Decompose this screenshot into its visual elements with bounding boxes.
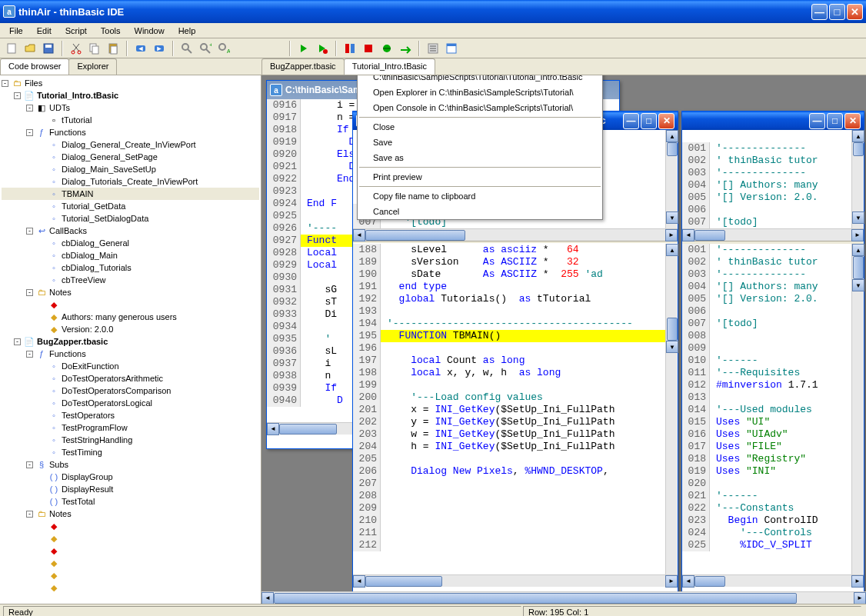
scroll-left-button[interactable]: ◄ bbox=[261, 592, 274, 604]
scrollbar-vertical[interactable]: ▲ ▼ bbox=[665, 130, 678, 228]
code-line[interactable]: 212 bbox=[353, 539, 665, 551]
code-text[interactable]: y = INI_GetKey($SetUp_Ini_FullPath bbox=[381, 416, 615, 428]
scroll-right-button[interactable]: ► bbox=[851, 229, 864, 241]
code-text[interactable] bbox=[301, 185, 307, 198]
tree-node[interactable]: ◦TestOperators bbox=[2, 409, 259, 421]
tree-expander[interactable]: - bbox=[26, 511, 33, 518]
tree-node[interactable]: ◦TBMAIN bbox=[2, 188, 259, 200]
scroll-thumb[interactable] bbox=[365, 230, 465, 241]
code-line[interactable]: 003'-------------- bbox=[682, 167, 851, 179]
code-text[interactable]: '-------------- bbox=[710, 268, 806, 281]
code-text[interactable]: '---Load config values bbox=[381, 391, 543, 404]
code-line[interactable]: 021'------ bbox=[682, 490, 851, 502]
code-text[interactable] bbox=[381, 502, 387, 514]
code-text[interactable]: ' thinBasic tutor bbox=[710, 256, 818, 268]
scroll-thumb[interactable] bbox=[279, 424, 337, 435]
tab-code-browser[interactable]: Code browser bbox=[0, 58, 69, 75]
code-text[interactable] bbox=[381, 453, 387, 465]
scroll-thumb[interactable] bbox=[667, 318, 678, 341]
code-text[interactable]: sLevel as asciiz * 64 bbox=[381, 244, 579, 256]
tab-explorer[interactable]: Explorer bbox=[68, 58, 117, 75]
tree-node[interactable]: ( )TestTotal bbox=[2, 495, 259, 508]
tree-node[interactable]: -🗀Files bbox=[2, 77, 259, 89]
code-line[interactable]: 016Uses "UIAdv" bbox=[682, 428, 851, 441]
code-line[interactable]: 007'[todo] bbox=[682, 216, 851, 228]
scroll-thumb[interactable] bbox=[694, 576, 725, 587]
options-button[interactable] bbox=[425, 40, 441, 57]
code-text[interactable] bbox=[381, 342, 387, 355]
code-text[interactable]: D bbox=[301, 136, 355, 148]
tree-node[interactable]: ◦Tutorial_SetDialogData bbox=[2, 212, 259, 225]
scrollbar-horizontal[interactable]: ◄ ► bbox=[353, 574, 678, 587]
scroll-right-button[interactable]: ► bbox=[851, 575, 864, 588]
code-text[interactable]: Local bbox=[301, 247, 337, 259]
scroll-right-button[interactable]: ► bbox=[665, 575, 678, 588]
code-line[interactable]: 204 h = INI_GetKey($SetUp_Ini_FullPath bbox=[353, 441, 665, 453]
scrollbar-vertical[interactable]: ▲ ▼ bbox=[851, 130, 864, 228]
code-text[interactable]: ' thinBasic tutor bbox=[710, 155, 818, 167]
code-line[interactable]: 003'-------------- bbox=[682, 268, 851, 281]
code-line[interactable]: 010'------ bbox=[682, 355, 851, 367]
scroll-up-button[interactable]: ▲ bbox=[852, 130, 864, 142]
tab-bugzapper[interactable]: BugZapper.tbasic bbox=[261, 58, 345, 75]
code-text[interactable] bbox=[710, 478, 716, 490]
mdi-window-3-title[interactable]: — □ ✕ bbox=[682, 112, 864, 130]
code-line[interactable]: 007'[todo] bbox=[682, 318, 851, 330]
code-text[interactable]: '---Requisites bbox=[710, 367, 800, 379]
run-button[interactable] bbox=[295, 40, 312, 57]
mdi-maximize-button[interactable]: □ bbox=[641, 113, 657, 129]
ctx-print-preview[interactable]: Print preview bbox=[358, 169, 602, 185]
scrollbar-horizontal[interactable]: ◄ ► bbox=[353, 228, 678, 241]
ctx-close[interactable]: Close bbox=[358, 119, 602, 135]
code-line[interactable]: 206 Dialog New Pixels, %HWND_DESKTOP, bbox=[353, 465, 665, 478]
menu-edit[interactable]: Edit bbox=[31, 25, 58, 37]
mdi-close-button[interactable]: ✕ bbox=[844, 113, 861, 129]
code-line[interactable]: 011'---Requisites bbox=[682, 367, 851, 379]
code-text[interactable]: '[todo] bbox=[710, 216, 764, 228]
code-text[interactable]: h = INI_GetKey($SetUp_Ini_FullPath bbox=[381, 441, 615, 453]
tree-node[interactable]: ▫tTutorial bbox=[2, 114, 259, 126]
code-line[interactable]: 008 bbox=[682, 330, 851, 342]
code-line[interactable]: 018Uses "Registry" bbox=[682, 453, 851, 465]
scroll-left-button[interactable]: ◄ bbox=[682, 575, 694, 588]
code-text[interactable]: If bbox=[301, 124, 349, 136]
code-line[interactable]: 196 bbox=[353, 342, 665, 355]
tree-node[interactable]: ◦TestProgramFlow bbox=[2, 421, 259, 434]
run-debug-button[interactable] bbox=[314, 40, 331, 57]
code-text[interactable]: Uses "FILE" bbox=[710, 441, 782, 453]
code-line[interactable]: 004'[] Authors: many bbox=[682, 179, 851, 191]
code-text[interactable]: i bbox=[301, 358, 331, 370]
code-text[interactable]: '-------------- bbox=[710, 244, 806, 256]
code-line[interactable]: 197 local Count as long bbox=[353, 355, 665, 367]
code-text[interactable]: D bbox=[301, 395, 343, 407]
mdi-minimize-button[interactable]: — bbox=[809, 113, 825, 129]
replace-button[interactable]: ABC bbox=[215, 40, 232, 57]
code-line[interactable]: 020 bbox=[682, 478, 851, 490]
tab-tutorial[interactable]: Tutorial_Intro.tBasic bbox=[344, 58, 435, 75]
code-text[interactable] bbox=[381, 514, 387, 527]
tree-node[interactable]: ◦cbDialog_Main bbox=[2, 249, 259, 261]
tree-node[interactable]: ◦Tutorial_GetData bbox=[2, 200, 259, 212]
tree-node[interactable]: ◦Dialog_Tutorials_Create_InViewPort bbox=[2, 175, 259, 188]
code-text[interactable] bbox=[301, 321, 307, 333]
code-line[interactable]: 195 FUNCTION TBMAIN() bbox=[353, 330, 665, 342]
mdi-scrollbar-horizontal[interactable]: ◄ ► bbox=[261, 591, 866, 604]
code-editor-3[interactable]: 001'--------------002' thinBasic tutor00… bbox=[682, 244, 851, 574]
code-text[interactable]: '-------------- bbox=[710, 167, 806, 179]
tree-node[interactable]: -ƒFunctions bbox=[2, 348, 259, 360]
code-text[interactable]: sT bbox=[301, 296, 337, 308]
code-text[interactable] bbox=[710, 204, 716, 216]
ctx-cancel[interactable]: Cancel bbox=[358, 204, 602, 219]
scroll-thumb[interactable] bbox=[853, 256, 864, 279]
tree-expander[interactable]: - bbox=[26, 351, 33, 358]
tree-expander[interactable]: - bbox=[26, 228, 33, 235]
mdi-close-button[interactable]: ✕ bbox=[658, 113, 674, 129]
scroll-thumb[interactable] bbox=[274, 593, 797, 604]
code-text[interactable]: Di bbox=[301, 308, 337, 321]
code-text[interactable] bbox=[381, 539, 387, 551]
tree-node[interactable]: -◧UDTs bbox=[2, 102, 259, 114]
code-line[interactable]: 013 bbox=[682, 391, 851, 404]
scroll-thumb[interactable] bbox=[365, 576, 442, 587]
maximize-button[interactable]: □ bbox=[829, 4, 845, 20]
code-editor-3-top[interactable]: 001'--------------002' thinBasic tutor00… bbox=[682, 130, 851, 228]
